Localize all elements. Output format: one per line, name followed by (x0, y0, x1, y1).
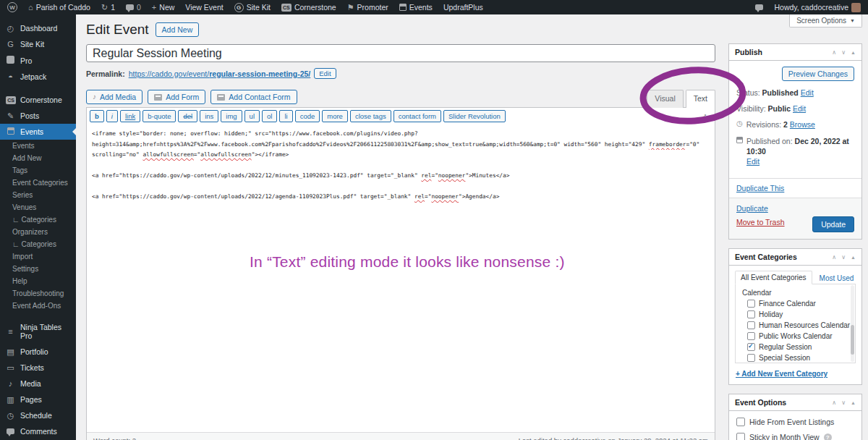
sidebar-sub-tags[interactable]: Tags (0, 164, 76, 177)
collapse-icon[interactable]: ▲ (851, 255, 856, 260)
sidebar-item-pages[interactable]: ▥Pages (0, 392, 76, 407)
permalink-link[interactable]: https://caddo.gov/event/regular-session-… (129, 69, 311, 78)
sidebar-item-media[interactable]: ♪Media (0, 376, 76, 392)
tab-text[interactable]: Text (686, 90, 715, 108)
sidebar-item-site-kit[interactable]: GSite Kit (0, 36, 76, 52)
sidebar-item-pro[interactable]: Pro (0, 52, 76, 69)
published-edit-link[interactable]: Edit (746, 157, 760, 166)
quicktag-slider-revolution-button[interactable]: Slider Revolution (443, 110, 506, 122)
quicktag-del-button[interactable]: del (178, 110, 197, 122)
view-event-link[interactable]: View Event (185, 3, 223, 12)
checkbox[interactable] (747, 332, 755, 340)
add-media-button[interactable]: ♪Add Media (86, 90, 142, 104)
sidebar-sub-organizers[interactable]: Organizers (0, 226, 76, 238)
quicktag-li-button[interactable]: li (279, 110, 292, 122)
sidebar-item-jetpack[interactable]: ◓Jetpack (0, 69, 76, 85)
updraftplus-menu[interactable]: UpdraftPlus (443, 3, 483, 12)
event-categories-header[interactable]: Event Categories ∧∨▲ (729, 249, 861, 266)
checkbox[interactable] (747, 310, 755, 318)
category-row[interactable]: Human Resources Calendar (736, 320, 855, 331)
comments-menu[interactable]: 0 (126, 3, 141, 12)
tab-most-used[interactable]: Most Used (820, 272, 854, 284)
sidebar-sub-event-categories[interactable]: Event Categories (0, 177, 76, 189)
site-name-menu[interactable]: ⌂Parish of Caddo (28, 3, 90, 12)
category-row[interactable]: Holiday (736, 309, 855, 320)
move-down-icon[interactable]: ∨ (841, 254, 846, 261)
sidebar-sub-settings[interactable]: Settings (0, 263, 76, 275)
event-options-header[interactable]: Event Options ∧∨▲ (729, 394, 861, 411)
sidebar-item-tickets[interactable]: ▭Tickets (0, 360, 76, 376)
revisions-browse-link[interactable]: Browse (790, 120, 815, 129)
screen-options-button[interactable]: Screen Options▼ (789, 14, 862, 28)
add-contact-form-button[interactable]: Add Contact Form (210, 90, 297, 104)
collapse-icon[interactable]: ▲ (851, 50, 856, 55)
publish-header[interactable]: Publish ∧∨▲ (729, 44, 861, 61)
sidebar-sub-troubleshooting[interactable]: Troubleshooting (0, 287, 76, 300)
sidebar-sub-events[interactable]: Events (0, 140, 76, 152)
quicktag-ins-button[interactable]: ins (200, 110, 218, 122)
duplicate-link[interactable]: Duplicate (736, 204, 768, 213)
updates-menu[interactable]: ↻1 (101, 3, 115, 12)
quicktag-blockquote-button[interactable]: b-quote (142, 110, 176, 122)
checkbox-checked[interactable] (747, 343, 755, 351)
permalink-edit-button[interactable]: Edit (314, 68, 336, 79)
sidebar-item-schedule[interactable]: ◷Schedule (0, 407, 76, 423)
wp-logo-menu[interactable]: W (7, 2, 17, 12)
collapse-icon[interactable]: ▲ (851, 400, 856, 405)
checkbox[interactable] (747, 300, 755, 308)
category-row-regular-session[interactable]: Regular Session (736, 342, 855, 352)
quicktag-img-button[interactable]: img (221, 110, 242, 122)
sidebar-item-cornerstone[interactable]: CSCornerstone (0, 92, 76, 108)
sticky-month-view-option[interactable]: Sticky in Month View? (736, 433, 854, 440)
checkbox[interactable] (747, 354, 755, 362)
sidebar-sub-add-new[interactable]: Add New (0, 152, 76, 164)
category-row[interactable]: Special Session (736, 352, 855, 363)
site-kit-menu[interactable]: GSite Kit (234, 3, 271, 12)
move-down-icon[interactable]: ∨ (841, 49, 846, 56)
promoter-menu[interactable]: ⚑Promoter (347, 3, 388, 12)
sidebar-sub-event-add-ons[interactable]: Event Add-Ons (0, 300, 76, 312)
sidebar-sub-organizer-categories[interactable]: ∟ Categories (0, 238, 76, 250)
fullscreen-icon[interactable]: ↔ (698, 110, 710, 122)
quicktag-bold-button[interactable]: b (90, 110, 104, 122)
tab-all-event-categories[interactable]: All Event Categories (735, 271, 812, 284)
sidebar-item-comments[interactable]: Comments (0, 423, 76, 439)
tab-visual[interactable]: Visual (647, 90, 683, 108)
add-form-button[interactable]: Add Form (148, 90, 205, 104)
visibility-edit-link[interactable]: Edit (793, 104, 806, 113)
checkbox[interactable] (736, 433, 745, 440)
preview-changes-button[interactable]: Preview Changes (782, 67, 854, 81)
duplicate-this-link[interactable]: Duplicate This (736, 184, 784, 192)
events-admin-menu[interactable]: Events (399, 3, 433, 12)
add-new-event-category-link[interactable]: + Add New Event Category (736, 370, 827, 378)
sidebar-sub-venues[interactable]: Venues (0, 201, 76, 213)
sidebar-sub-series[interactable]: Series (0, 189, 76, 201)
sidebar-item-dashboard[interactable]: ◴Dashboard (0, 20, 76, 36)
quicktag-ul-button[interactable]: ul (244, 110, 260, 122)
sidebar-sub-help[interactable]: Help (0, 275, 76, 287)
move-down-icon[interactable]: ∨ (841, 399, 846, 406)
add-new-button[interactable]: Add New (156, 22, 200, 37)
sidebar-item-posts[interactable]: ✎Posts (0, 108, 76, 124)
quicktag-code-button[interactable]: code (295, 110, 320, 122)
howdy-menu[interactable]: Howdy, caddocreative (774, 3, 861, 12)
event-title-input[interactable] (86, 44, 715, 62)
help-icon[interactable]: ? (824, 433, 832, 440)
quicktag-ol-button[interactable]: ol (262, 110, 277, 122)
cornerstone-menu[interactable]: CSCornerstone (281, 3, 336, 12)
category-row[interactable]: Public Works Calendar (736, 331, 855, 342)
notification-bubble-icon[interactable] (755, 4, 763, 10)
sidebar-sub-venue-categories[interactable]: ∟ Categories (0, 213, 76, 226)
quicktag-link-button[interactable]: link (120, 110, 140, 122)
move-to-trash-link[interactable]: Move to Trash (736, 218, 785, 227)
sidebar-sub-import[interactable]: Import (0, 250, 76, 263)
scrollbar-thumb[interactable] (851, 325, 854, 355)
quicktag-contact-form-button[interactable]: contact form (393, 110, 441, 122)
sidebar-item-ninja-tables[interactable]: ≡Ninja Tables Pro (0, 319, 76, 344)
checkbox[interactable] (747, 321, 755, 329)
status-edit-link[interactable]: Edit (801, 88, 814, 97)
update-button[interactable]: Update (812, 216, 854, 232)
move-up-icon[interactable]: ∧ (832, 254, 836, 261)
quicktag-close-tags-button[interactable]: close tags (350, 110, 391, 122)
editor-textarea[interactable]: <iframe style="border: none; overflow: h… (87, 124, 715, 432)
